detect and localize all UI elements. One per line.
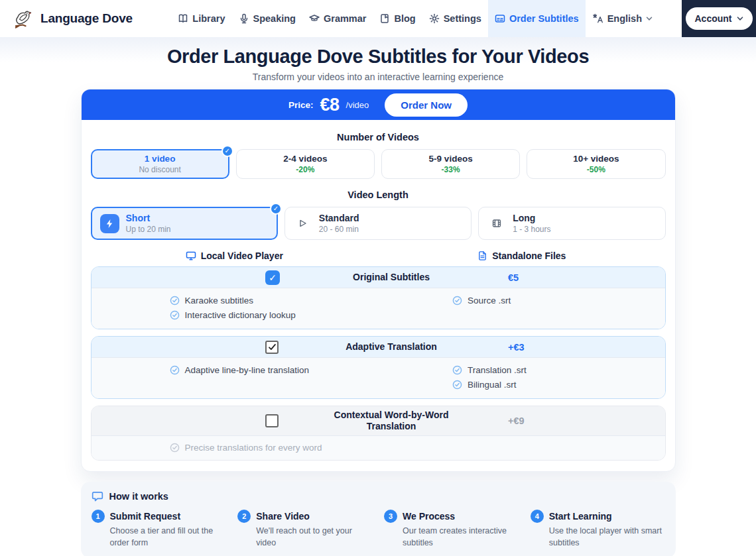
feature-item: Translation .srt: [452, 365, 665, 375]
length-option-long[interactable]: Long 1 - 3 hours: [478, 207, 665, 240]
page-subtitle: Transform your videos into an interactiv…: [0, 72, 756, 82]
tier-price: €5: [491, 272, 665, 283]
header-account-area: Account: [682, 0, 756, 37]
option-title: Long: [513, 213, 550, 223]
video-count-options: ✓ 1 video No discount 2-4 videos -20% 5-…: [91, 149, 666, 179]
how-it-works-steps: 1 Submit Request Choose a tier and fill …: [92, 510, 665, 549]
feature-item: Source .srt: [452, 296, 665, 306]
column-local-player: Local Video Player: [91, 250, 379, 261]
selected-check-badge: ✓: [221, 145, 233, 157]
tier-header: Adaptive Translation +€3: [92, 337, 665, 357]
video-count-option-10plus[interactable]: 10+ videos -50%: [527, 149, 665, 179]
account-label: Account: [695, 13, 732, 24]
column-standalone-files: Standalone Files: [378, 250, 666, 261]
nav-item-speaking[interactable]: Speaking: [232, 0, 302, 37]
feature-label: Precise translations for every word: [185, 443, 322, 453]
step-submit-request: 1 Submit Request Choose a tier and fill …: [92, 510, 226, 549]
feature-label: Interactive dictionary lookup: [185, 310, 296, 320]
order-card-body: Number of Videos ✓ 1 video No discount 2…: [82, 120, 675, 471]
step-number: 1: [92, 510, 105, 523]
step-description: We'll reach out to get your video: [256, 526, 372, 549]
check-circle-icon: [452, 296, 462, 306]
price-amount: €8: [320, 95, 340, 115]
nav-label: Blog: [394, 13, 415, 24]
length-option-short[interactable]: ✓ Short Up to 20 min: [91, 207, 278, 240]
video-count-option-2-4[interactable]: 2-4 videos -20%: [236, 149, 375, 179]
tier-title: Contextual Word-by-Word Translation: [315, 410, 468, 433]
step-title: Submit Request: [110, 511, 181, 522]
check-circle-icon: [170, 310, 180, 320]
check-circle-icon: [452, 380, 462, 390]
feature-label: Adaptive line-by-line translation: [185, 365, 310, 375]
nav-label: English: [607, 13, 642, 24]
number-of-videos-heading: Number of Videos: [91, 132, 666, 142]
brand-logo[interactable]: Language Dove: [12, 8, 133, 30]
captions-icon: [495, 13, 505, 24]
step-title: Start Learning: [549, 511, 612, 522]
main-nav: Library Speaking Grammar: [171, 0, 659, 37]
feature-label: Source .srt: [468, 296, 511, 306]
option-discount: -50%: [534, 165, 658, 174]
tier-adaptive-translation: Adaptive Translation +€3 Adaptive line-b…: [91, 336, 666, 399]
tier-title: Original Subtitles: [353, 272, 430, 284]
option-title: Standard: [319, 213, 359, 223]
hero-section: Order Language Dove Subtitles for Your V…: [0, 37, 756, 82]
brand-name: Language Dove: [40, 11, 133, 26]
nav-item-blog[interactable]: Blog: [373, 0, 422, 37]
gear-icon: [429, 13, 440, 24]
feature-item: Karaoke subtitles: [170, 296, 379, 306]
step-we-process: 3 We Process Our team creates interactiv…: [384, 510, 519, 549]
video-length-heading: Video Length: [91, 190, 666, 200]
account-button[interactable]: Account: [686, 7, 753, 30]
page-title: Order Language Dove Subtitles for Your V…: [0, 46, 756, 68]
nav-label: Grammar: [324, 13, 366, 24]
option-discount: -33%: [389, 165, 513, 174]
lightning-icon: [100, 214, 119, 233]
nav-label: Order Subtitles: [509, 13, 579, 24]
original-subtitles-checkbox[interactable]: ✓: [265, 270, 280, 285]
monitor-icon: [186, 250, 196, 261]
feature-item: Adaptive line-by-line translation: [170, 365, 379, 375]
nav-item-order-subtitles[interactable]: Order Subtitles: [488, 0, 586, 37]
nav-item-language-english[interactable]: English: [586, 0, 659, 37]
nav-item-settings[interactable]: Settings: [422, 0, 488, 37]
option-subtitle: 20 - 60 min: [319, 225, 359, 234]
check-circle-icon: [170, 296, 180, 306]
check-circle-icon: [170, 365, 180, 375]
video-count-option-1[interactable]: ✓ 1 video No discount: [91, 149, 229, 179]
adaptive-translation-checkbox[interactable]: [265, 341, 279, 354]
dove-logo-icon: [12, 8, 34, 30]
column-label: Local Video Player: [201, 250, 283, 261]
feature-item: Precise translations for every word: [170, 443, 379, 453]
nav-label: Speaking: [253, 13, 296, 24]
step-number: 3: [384, 510, 397, 523]
column-headers: Local Video Player Standalone Files: [91, 250, 666, 261]
check-circle-icon: [170, 443, 180, 453]
feature-item: Bilingual .srt: [452, 380, 665, 390]
contextual-translation-checkbox[interactable]: [265, 414, 279, 427]
nav-label: Library: [192, 13, 225, 24]
tier-contextual-word-by-word: Contextual Word-by-Word Translation +€9 …: [91, 406, 666, 461]
top-nav: Language Dove Library Speaking: [0, 0, 756, 37]
option-title: Short: [126, 213, 171, 223]
chevron-down-icon: [646, 16, 653, 21]
step-description: Use the local player with smart subtitle…: [549, 526, 665, 549]
how-it-works-section: How it works 1 Submit Request Choose a t…: [81, 482, 676, 556]
option-subtitle: No discount: [98, 165, 222, 174]
tier-features: Precise translations for every word: [92, 435, 665, 460]
tier-header: ✓ Original Subtitles €5: [92, 267, 665, 288]
length-option-standard[interactable]: Standard 20 - 60 min: [284, 207, 472, 240]
step-title: Share Video: [256, 511, 310, 522]
price-banner: Price: €8 /video Order Now: [82, 89, 675, 120]
feature-label: Bilingual .srt: [468, 380, 517, 390]
feature-label: Translation .srt: [468, 365, 527, 375]
option-title: 2-4 videos: [243, 154, 367, 164]
nav-item-grammar[interactable]: Grammar: [302, 0, 373, 37]
tier-original-subtitles: ✓ Original Subtitles €5 Karaoke subtitle…: [91, 266, 666, 329]
order-card: Price: €8 /video Order Now Number of Vid…: [81, 89, 676, 472]
order-now-button[interactable]: Order Now: [385, 93, 468, 117]
nav-item-library[interactable]: Library: [171, 0, 231, 37]
step-title: We Process: [403, 511, 455, 522]
video-count-option-5-9[interactable]: 5-9 videos -33%: [381, 149, 520, 179]
tier-features: Adaptive line-by-line translation Transl…: [92, 357, 665, 398]
